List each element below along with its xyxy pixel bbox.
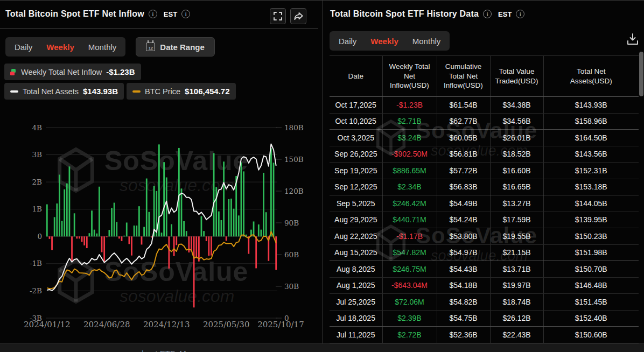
download-icon xyxy=(627,33,639,46)
table-row: Aug 15,2025$547.82M$54.97B$21.15B$151.98… xyxy=(330,244,639,261)
svg-text:90B: 90B xyxy=(284,219,299,227)
cell-cumulative: $54.82B xyxy=(437,294,490,311)
history-data-panel: SoSoValue sosovalue.com SoSoValue sosova… xyxy=(330,1,644,344)
cell-cumulative: $54.43B xyxy=(437,261,490,278)
cell-cumulative: $56.81B xyxy=(437,146,490,163)
cell-traded: $13.27B xyxy=(490,195,543,212)
cell-assets: $152.40B xyxy=(543,310,639,327)
cell-traded: $26.12B xyxy=(490,310,543,327)
table-row: Sep 19,2025$886.65M$57.72B$16.60B$152.31… xyxy=(330,163,639,179)
cell-assets: $150.60B xyxy=(543,327,639,343)
table-tab-monthly[interactable]: Monthly xyxy=(405,33,448,50)
footer-bar: about ETF: M xyxy=(0,343,644,352)
inflow-bars xyxy=(46,144,277,307)
cell-date: Oct 10,2025 xyxy=(330,113,382,130)
cell-inflow: $3.24B xyxy=(382,130,437,146)
cell-cumulative: $56.83B xyxy=(437,179,490,195)
history-table: DateWeekly Total Net Inflow(USD)Cumulati… xyxy=(330,55,639,343)
cell-assets: $158.96B xyxy=(543,113,639,130)
cell-date: Aug 15,2025 xyxy=(330,244,382,261)
cell-assets: $139.95B xyxy=(543,212,639,228)
cell-date: Sep 26,2025 xyxy=(330,146,382,163)
cell-cumulative: $54.49B xyxy=(437,195,490,212)
cell-traded: $19.97B xyxy=(490,277,543,294)
cell-inflow: $2.39B xyxy=(382,310,437,327)
svg-text:2025/05/30: 2025/05/30 xyxy=(203,320,249,329)
cell-assets: $150.23B xyxy=(543,228,639,245)
cell-traded: $18.74B xyxy=(490,294,543,311)
cell-date: Aug 22,2025 xyxy=(330,228,382,245)
table-row: Sep 12,2025$2.34B$56.83B$16.65B$153.18B xyxy=(330,179,639,195)
table-row: Oct 10,2025$2.71B$62.77B$34.56B$158.96B xyxy=(330,113,639,130)
cell-inflow: $72.06M xyxy=(382,294,437,311)
panel-title: Total Bitcoin Spot ETF History Data xyxy=(330,9,479,19)
cell-date: Oct 3,2025 xyxy=(330,130,382,146)
svg-text:2024/12/13: 2024/12/13 xyxy=(143,320,190,329)
cell-assets: $144.05B xyxy=(543,195,639,212)
table-scrollbar-thumb[interactable] xyxy=(639,52,643,96)
cell-date: Aug 29,2025 xyxy=(330,212,382,228)
footer-link[interactable]: about ETF: M xyxy=(137,349,186,352)
cell-traded: $21.15B xyxy=(490,244,543,261)
svg-text:30B: 30B xyxy=(284,282,299,291)
cell-assets: $164.50B xyxy=(543,130,639,146)
cell-cumulative: $62.77B xyxy=(437,113,490,130)
cell-assets: $146.48B xyxy=(543,277,639,294)
cell-date: Jul 25,2025 xyxy=(330,294,382,311)
table-row: Jul 25,2025$72.06M$54.82B$18.74B$151.45B xyxy=(330,294,639,311)
cell-cumulative: $54.18B xyxy=(437,277,490,294)
info-icon[interactable]: i xyxy=(483,10,492,18)
table-row: Aug 29,2025$440.71M$54.24B$17.59B$139.95… xyxy=(330,212,639,228)
cell-date: Sep 19,2025 xyxy=(330,163,382,179)
cell-assets: $151.45B xyxy=(543,294,639,311)
cell-traded: $19.55B xyxy=(490,228,543,245)
cell-cumulative: $52.36B xyxy=(437,327,490,343)
cell-cumulative: $54.24B xyxy=(437,212,490,228)
info-icon[interactable]: i xyxy=(516,10,524,18)
cell-inflow: $547.82M xyxy=(382,244,437,261)
svg-text:1B: 1B xyxy=(32,205,42,213)
column-header-4: Total Net Assets(USD) xyxy=(543,56,639,97)
svg-text:3B: 3B xyxy=(32,150,42,159)
etf-dashboard: SoSoValue sosovalue.com SoSoValue sosova… xyxy=(0,0,644,352)
table-row: Oct 17,2025-$1.23B$61.54B$34.38B$143.93B xyxy=(330,97,639,114)
cell-assets: $143.56B xyxy=(543,146,639,163)
cell-cumulative: $57.72B xyxy=(437,163,490,179)
cell-traded: $22.43B xyxy=(490,327,543,343)
svg-text:0: 0 xyxy=(37,232,42,241)
panel-divider xyxy=(322,1,323,344)
cell-inflow: -$902.50M xyxy=(382,146,437,163)
table-tab-weekly[interactable]: Weekly xyxy=(363,33,405,50)
column-header-2: Cumulative Total Net Inflow(USD) xyxy=(437,56,490,97)
cell-traded: $16.60B xyxy=(490,163,543,179)
cell-cumulative: $61.54B xyxy=(437,97,490,114)
timezone-label: EST xyxy=(498,10,512,18)
svg-text:180B: 180B xyxy=(284,123,304,132)
cell-inflow: $246.75M xyxy=(382,261,437,278)
inflow-chart[interactable]: 4B3B2B1B0-1B-2B-3B180B150B120B90B60B30B0… xyxy=(0,1,318,344)
table-row: Jul 18,2025$2.39B$54.75B$26.12B$152.40B xyxy=(330,310,639,327)
svg-text:150B: 150B xyxy=(284,155,304,164)
download-button[interactable] xyxy=(627,33,639,48)
svg-text:120B: 120B xyxy=(284,187,304,195)
period-tabs: DailyWeeklyMonthly xyxy=(330,31,450,51)
history-header: Total Bitcoin Spot ETF History Data i ES… xyxy=(330,9,524,19)
svg-text:2024/01/12: 2024/01/12 xyxy=(24,320,70,329)
cell-cumulative: $54.97B xyxy=(437,244,490,261)
table-tab-daily[interactable]: Daily xyxy=(332,33,363,50)
table-row: Aug 1,2025-$643.04M$54.18B$19.97B$146.48… xyxy=(330,277,639,294)
svg-text:60B: 60B xyxy=(284,250,299,259)
cell-assets: $150.70B xyxy=(543,261,639,278)
table-row: Sep 26,2025-$902.50M$56.81B$18.52B$143.5… xyxy=(330,146,639,163)
cell-traded: $26.01B xyxy=(490,130,543,146)
svg-text:-1B: -1B xyxy=(30,259,42,267)
cell-traded: $16.65B xyxy=(490,179,543,195)
cell-date: Jul 18,2025 xyxy=(330,310,382,327)
svg-text:4B: 4B xyxy=(32,123,42,132)
cell-inflow: -$1.23B xyxy=(382,97,437,114)
cell-traded: $18.52B xyxy=(490,146,543,163)
column-header-0: Date xyxy=(330,56,382,97)
cell-inflow: $2.34B xyxy=(382,179,437,195)
x-axis-labels: 2024/01/122024/06/282024/12/132025/05/30… xyxy=(24,320,304,329)
cell-date: Oct 17,2025 xyxy=(330,97,382,114)
